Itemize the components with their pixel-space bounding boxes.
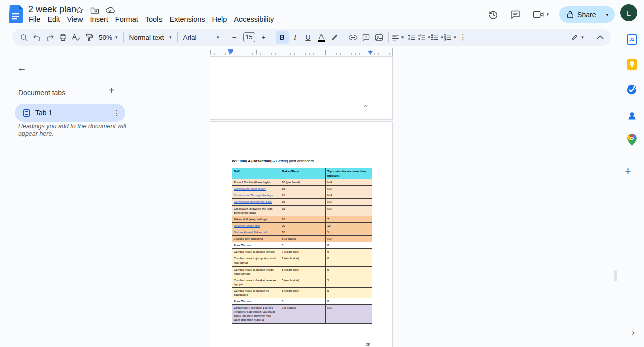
add-comment-icon[interactable] <box>360 31 373 44</box>
table-cell-reps[interactable]: 7 (each side) <box>280 249 326 255</box>
get-addons-icon[interactable]: + <box>625 165 631 178</box>
table-header-cell[interactable]: Try to aim for no more than (misses): <box>326 168 372 179</box>
table-cell-reps[interactable]: 5 (3 spots) <box>280 236 326 242</box>
table-cell-reps[interactable]: 20 <box>280 222 326 229</box>
document-title[interactable]: 2 week plan <box>28 4 76 15</box>
paragraph-style-select[interactable]: Normal text▾ <box>126 31 175 44</box>
left-indent-marker[interactable] <box>228 48 234 54</box>
table-cell-drill[interactable]: Continuous Through the legs <box>232 192 280 199</box>
highlight-color-icon[interactable] <box>328 31 341 44</box>
table-cell-drill[interactable]: Combo move to basket no backboard <box>232 287 280 298</box>
drill-table[interactable]: DrillMakes/RepsTry to aim for no more th… <box>232 168 372 324</box>
maps-icon[interactable] <box>626 134 638 146</box>
table-cell-misses[interactable]: N/A <box>326 192 372 199</box>
table-cell-reps[interactable]: 5 <box>280 242 326 249</box>
tasks-icon[interactable] <box>626 83 638 96</box>
insert-link-icon[interactable] <box>347 31 360 44</box>
drill-link[interactable]: Reverse Mikan drill <box>234 224 260 227</box>
table-cell-misses[interactable]: N/A <box>326 305 372 323</box>
version-history-icon[interactable] <box>487 9 499 21</box>
contacts-icon[interactable] <box>626 110 638 122</box>
bulleted-list-icon[interactable]: ▾ <box>431 31 444 44</box>
menu-item-help[interactable]: Help <box>209 14 231 24</box>
table-cell-misses[interactable]: 0 <box>326 255 372 266</box>
share-button[interactable]: Share ▾ <box>559 6 615 23</box>
table-cell-reps[interactable]: 16 <box>280 199 326 205</box>
numbered-list-icon[interactable]: ▾ <box>444 31 457 44</box>
table-cell-reps[interactable]: 3-5 makes <box>280 305 326 323</box>
menu-item-extensions[interactable]: Extensions <box>166 14 209 24</box>
table-cell-misses[interactable]: 8 <box>326 298 372 305</box>
line-spacing-icon[interactable] <box>405 31 418 44</box>
table-cell-misses[interactable]: 5 <box>326 287 372 298</box>
table-cell-reps[interactable]: 16 <box>280 186 326 192</box>
table-cell-reps[interactable]: 16 <box>280 205 326 216</box>
drill-link[interactable]: Continuous Behind the Back <box>234 200 272 203</box>
show-side-panel-icon[interactable]: › <box>632 328 635 338</box>
vertical-scrollbar-thumb[interactable] <box>614 270 617 281</box>
table-cell-reps[interactable]: 7 (each side) <box>280 255 326 266</box>
table-cell-misses[interactable]: 5 <box>326 266 372 277</box>
menu-item-format[interactable]: Format <box>112 14 142 24</box>
calendar-icon[interactable]: 31 <box>626 33 638 45</box>
table-cell-drill[interactable]: No backboard Mikan drill <box>232 229 280 235</box>
tab-more-icon[interactable]: ⋮ <box>113 109 120 117</box>
table-cell-reps[interactable]: 10 <box>280 229 326 235</box>
right-indent-marker[interactable] <box>367 51 373 54</box>
docs-logo[interactable] <box>9 5 23 23</box>
more-toolbar-icon[interactable]: ⋮ <box>457 31 470 44</box>
table-cell-drill[interactable]: Combo move to basket inside hand layups <box>232 266 280 277</box>
menu-item-insert[interactable]: Insert <box>87 14 112 24</box>
table-cell-misses[interactable]: N/A <box>326 199 372 205</box>
italic-button[interactable]: I <box>289 31 302 44</box>
menu-item-accessibility[interactable]: Accessibility <box>230 14 277 24</box>
table-header-cell[interactable]: Makes/Reps <box>280 168 326 179</box>
video-call-caret-icon[interactable]: ▾ <box>547 12 549 17</box>
video-call-icon[interactable] <box>532 9 544 21</box>
font-select[interactable]: Arial▾ <box>180 31 222 44</box>
redo-icon[interactable] <box>43 31 56 44</box>
table-cell-misses[interactable]: 0 <box>326 249 372 255</box>
decrease-font-size-button[interactable]: − <box>228 31 241 44</box>
menu-item-file[interactable]: File <box>25 14 44 24</box>
table-cell-reps[interactable]: 5 (each side) <box>280 266 326 277</box>
increase-font-size-button[interactable]: + <box>257 31 270 44</box>
table-cell-drill[interactable]: Combo move to basket layups <box>232 249 280 255</box>
insert-image-icon[interactable] <box>373 31 386 44</box>
align-icon[interactable]: ▾ <box>391 31 405 44</box>
star-icon[interactable] <box>75 6 84 14</box>
zoom-select[interactable]: 50%▾ <box>96 31 121 44</box>
table-cell-reps[interactable]: 5 (each side) <box>280 287 326 298</box>
table-cell-drill[interactable]: Crossover, Between the legs, Behind the … <box>232 205 280 216</box>
undo-icon[interactable] <box>30 31 43 44</box>
table-cell-reps[interactable]: 30 <box>280 216 326 222</box>
table-cell-drill[interactable]: Combo move to basket reverse layups <box>232 277 280 287</box>
table-cell-drill[interactable]: Mikan drill (keep ball up) <box>232 216 280 222</box>
spellcheck-icon[interactable] <box>69 31 83 44</box>
document-page-27[interactable]: 27 <box>210 56 393 120</box>
font-size-input[interactable]: 15 <box>243 32 255 42</box>
table-cell-reps[interactable]: 5 <box>280 298 326 305</box>
comments-icon[interactable] <box>510 9 522 21</box>
table-cell-drill[interactable]: Reverse Mikan drill <box>232 222 280 229</box>
table-cell-misses[interactable]: N/A <box>326 205 372 216</box>
paint-format-icon[interactable] <box>83 31 96 44</box>
checklist-icon[interactable]: ▾ <box>418 31 431 44</box>
table-cell-drill[interactable]: 3 spot Form Shooting <box>232 236 280 242</box>
table-header-cell[interactable]: Drill <box>232 168 280 179</box>
keep-icon[interactable] <box>626 58 638 70</box>
print-icon[interactable] <box>56 31 69 44</box>
edit-mode-pencil-icon[interactable]: ▾ <box>566 31 588 44</box>
table-cell-misses[interactable]: N/A <box>326 179 372 186</box>
table-cell-misses[interactable]: 10 <box>326 222 372 229</box>
bold-button[interactable]: B <box>276 31 289 44</box>
table-cell-drill[interactable]: Continuous Behind the Back <box>232 199 280 205</box>
table-cell-drill[interactable]: Combo move to jump stop shot fake layup <box>232 255 280 266</box>
table-cell-drill[interactable]: Free Throws <box>232 298 280 305</box>
menu-item-tools[interactable]: Tools <box>142 14 166 24</box>
close-outline-icon[interactable]: ← <box>17 62 27 74</box>
section-heading[interactable]: W2: Day 4 (Basketball) - Getting past de… <box>232 159 314 163</box>
table-cell-misses[interactable]: 7 <box>326 216 372 222</box>
underline-button[interactable]: U <box>302 31 315 44</box>
drill-link[interactable]: Continuous Through the legs <box>234 194 273 197</box>
